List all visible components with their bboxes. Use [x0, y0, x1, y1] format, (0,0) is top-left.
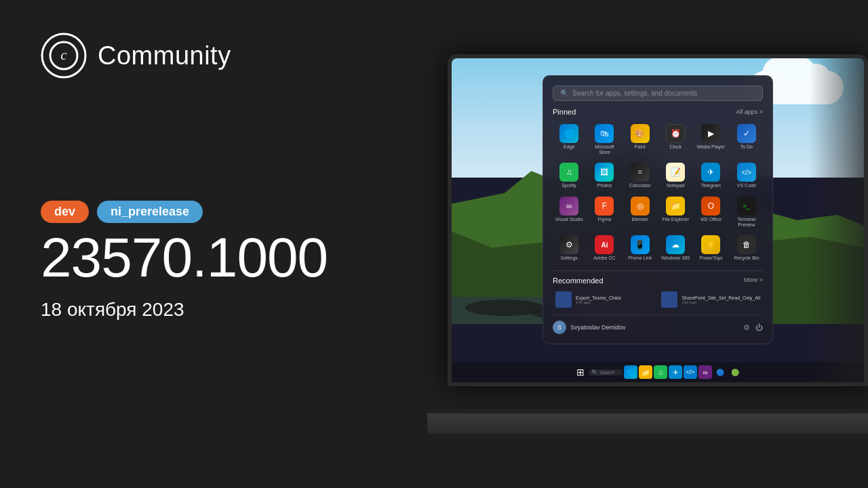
pinned-header: Pinned All apps > [553, 108, 763, 116]
photos-icon: 🖼 [595, 163, 614, 182]
svg-text:c: c [61, 47, 67, 62]
windows11-screen: 🔍 Search for apps, settings, and documen… [452, 58, 864, 382]
vscode-label: VS Code [737, 183, 756, 188]
app-store[interactable]: 🛍 Microsoft Store [588, 121, 620, 157]
blender-icon: ◎ [631, 197, 650, 216]
rec-info-1: Export_Teams_Chats 14h ago [576, 296, 621, 304]
spotify-icon: ♫ [559, 163, 578, 182]
version-number: 23570.1000 [41, 230, 434, 285]
edge-label: Edge [564, 144, 574, 150]
search-placeholder-text: Search for apps, settings, and documents [572, 89, 698, 97]
rec-name-2: SharePoint_Site_Set_Read_Only_All [682, 296, 760, 300]
app-figma[interactable]: F Figma [588, 194, 620, 230]
right-laptop-section: 🔍 Search for apps, settings, and documen… [380, 0, 868, 488]
app-explorer[interactable]: 📁 File Explorer [659, 194, 692, 230]
user-bar: S Svyatoslav Demidov ⚙ ⏻ [553, 314, 763, 334]
user-actions: ⚙ ⏻ [743, 323, 763, 332]
terminal-label: Terminal Preview [732, 217, 762, 227]
store-label: Microsoft Store [589, 144, 619, 155]
telegram-label: Telegram [701, 183, 721, 188]
adobe-label: Adobe CC [593, 256, 615, 261]
recycle-icon: 🗑 [737, 235, 756, 254]
todo-icon: ✓ [737, 124, 756, 143]
taskbar-start-button[interactable]: ⊞ [574, 365, 587, 379]
app-adobe[interactable]: Ai Adobe CC [588, 232, 620, 264]
laptop-screen-frame: 🔍 Search for apps, settings, and documen… [448, 54, 868, 386]
taskbar-icon-5[interactable]: ∞ [698, 365, 712, 379]
app-terminal[interactable]: >_ Terminal Preview [730, 194, 763, 230]
app-telegram[interactable]: ✈ Telegram [694, 160, 727, 191]
rec-icon-1 [555, 291, 572, 308]
powertoys-label: PowerToys [699, 256, 722, 261]
taskbar-spotify[interactable]: ♫ [654, 365, 667, 379]
phone-icon: 📱 [631, 235, 650, 254]
community-logo-icon: c [41, 33, 87, 79]
app-settings[interactable]: ⚙ Settings [553, 232, 585, 264]
taskbar-file-explorer[interactable]: 📁 [639, 365, 652, 379]
media-label: Media Player [697, 144, 725, 150]
app-office[interactable]: O MS Office [694, 194, 727, 230]
telegram-icon: ✈ [701, 163, 720, 182]
app-spotify[interactable]: ♫ Spotify [553, 160, 585, 191]
powertoys-icon: ⚡ [701, 235, 720, 254]
logo-area: c Community [41, 33, 434, 79]
spotify-label: Spotify [561, 183, 576, 188]
user-info[interactable]: S Svyatoslav Demidov [553, 321, 626, 334]
rec-item-1[interactable]: Export_Teams_Chats 14h ago [553, 289, 656, 310]
todo-label: To Do [741, 144, 753, 150]
taskbar-icon-7[interactable]: 🟢 [728, 365, 742, 379]
search-bar[interactable]: 🔍 Search for apps, settings, and documen… [553, 85, 763, 101]
rec-time-1: 14h ago [576, 300, 621, 304]
taskbar-search[interactable]: 🔍 Search [589, 369, 623, 375]
notepad-label: Notepad [667, 183, 684, 188]
power-action-icon[interactable]: ⏻ [755, 323, 763, 332]
app-clock[interactable]: ⏰ Clock [659, 121, 692, 157]
all-apps-link[interactable]: All apps > [736, 108, 763, 115]
paint-icon: 🎨 [631, 124, 650, 143]
rec-item-2[interactable]: SharePoint_Site_Set_Read_Only_All 13h ag… [658, 289, 763, 310]
app-paint[interactable]: 🎨 Paint [624, 121, 656, 157]
user-avatar: S [553, 321, 566, 334]
app-calculator[interactable]: = Calculator [624, 160, 656, 191]
app-phone[interactable]: 📱 Phone Link [624, 232, 656, 264]
app-win365[interactable]: ☁ Windows 365 [659, 232, 692, 264]
phone-label: Phone Link [628, 256, 652, 261]
badge-dev: dev [41, 201, 89, 223]
app-photos[interactable]: 🖼 Photos [588, 160, 620, 191]
recycle-label: Recycle Bin [734, 256, 759, 261]
win365-icon: ☁ [666, 235, 685, 254]
pinned-label: Pinned [553, 108, 576, 116]
start-menu: 🔍 Search for apps, settings, and documen… [542, 75, 773, 344]
badge-prerelease: ni_prerelease [97, 201, 203, 223]
app-notepad[interactable]: 📝 Notepad [659, 160, 692, 191]
app-recycle[interactable]: 🗑 Recycle Bin [730, 232, 763, 264]
figma-icon: F [595, 197, 614, 216]
blender-label: Blender [632, 217, 648, 222]
left-content: c Community dev ni_prerelease 23570.1000… [41, 0, 434, 488]
settings-label: Settings [561, 256, 578, 261]
app-powertoys[interactable]: ⚡ PowerToys [694, 232, 727, 264]
win365-label: Windows 365 [661, 256, 690, 261]
app-todo[interactable]: ✓ To Do [730, 121, 763, 157]
app-vstudio[interactable]: ∞ Visual Studio [553, 194, 585, 230]
recommended-header: Recommended More > [553, 277, 763, 285]
app-vscode[interactable]: </> VS Code [730, 160, 763, 191]
taskbar-icon-3[interactable]: ✈ [669, 365, 682, 379]
app-grid: 🌐 Edge 🛍 Microsoft Store 🎨 Paint ⏰ [553, 121, 763, 264]
settings-action-icon[interactable]: ⚙ [743, 323, 750, 332]
vstudio-icon: ∞ [559, 197, 578, 216]
app-edge[interactable]: 🌐 Edge [553, 121, 585, 157]
taskbar-edge[interactable]: 🌐 [624, 365, 637, 379]
app-blender[interactable]: ◎ Blender [624, 194, 656, 230]
user-name: Svyatoslav Demidov [570, 324, 626, 331]
paint-label: Paint [635, 144, 646, 150]
search-icon-sm: 🔍 [560, 89, 568, 97]
clock-label: Clock [669, 144, 682, 150]
taskbar-icon-6[interactable]: 🔵 [713, 365, 727, 379]
edge-icon: 🌐 [559, 124, 578, 143]
more-link[interactable]: More > [744, 277, 763, 285]
laptop-outer: 🔍 Search for apps, settings, and documen… [427, 54, 868, 434]
taskbar-vscode[interactable]: </> [684, 365, 697, 379]
settings-icon: ⚙ [559, 235, 578, 254]
app-media-player[interactable]: ▶ Media Player [694, 121, 727, 157]
